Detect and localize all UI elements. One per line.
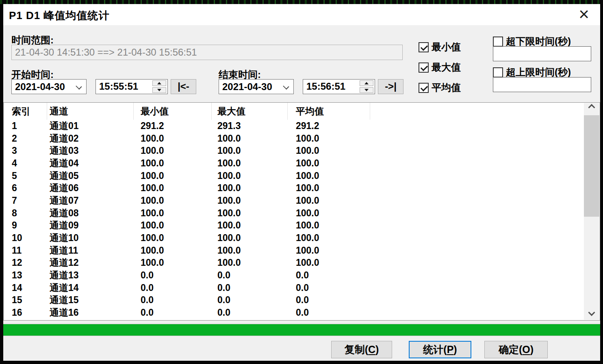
- table-row[interactable]: 13 通道13 0.0 0.0 0.0: [4, 269, 584, 282]
- checkbox-max-label: 最大值: [432, 61, 461, 74]
- spin-up-icon[interactable]: [360, 80, 373, 86]
- title-bar[interactable]: P1 D1 峰值均值统计 ×: [3, 4, 600, 25]
- start-date-value: 2021-04-30: [15, 81, 65, 93]
- start-time-value: 15:55:51: [99, 81, 138, 92]
- table-row[interactable]: 14 通道14 0.0 0.0 0.0: [4, 282, 584, 294]
- chevron-down-icon: [283, 83, 289, 89]
- progress-bar: [3, 324, 600, 336]
- checkbox-avg[interactable]: 平均值: [419, 81, 461, 94]
- start-date-dropdown[interactable]: 2021-04-30: [11, 79, 87, 94]
- statistics-button[interactable]: 统计(P): [409, 341, 471, 358]
- checkbox-icon: [419, 83, 429, 93]
- checkbox-max[interactable]: 最大值: [419, 61, 461, 74]
- statistics-dialog: P1 D1 峰值均值统计 × 时间范围: 21-04-30 14:51:30 =…: [3, 4, 600, 361]
- progress-fill: [3, 324, 600, 336]
- end-date-value: 2021-04-30: [222, 81, 272, 93]
- checkbox-icon: [419, 62, 429, 73]
- copy-button[interactable]: 复制(C): [331, 341, 392, 358]
- table-row[interactable]: 4 通道04 100.0 100.0 100.0: [4, 157, 584, 170]
- checkbox-icon: [493, 67, 503, 78]
- checkbox-min[interactable]: 最小值: [419, 41, 461, 54]
- table-row[interactable]: 2 通道02 100.0 100.0 100.0: [4, 132, 584, 145]
- col-header-min[interactable]: 最小值: [134, 103, 212, 120]
- channel-stats-table: 索引 通道 最小值 最大值 平均值 1 通道01 291.2 291.3 291…: [3, 102, 600, 321]
- table-row[interactable]: 5 通道05 100.0 100.0 100.0: [4, 170, 584, 182]
- table-header: 索引 通道 最小值 最大值 平均值: [4, 103, 584, 120]
- lower-limit-input[interactable]: [493, 46, 591, 61]
- close-icon[interactable]: ×: [574, 5, 594, 24]
- col-header-channel[interactable]: 通道: [47, 103, 134, 120]
- end-time-value: 15:56:51: [306, 81, 345, 92]
- table-row[interactable]: 3 通道03 100.0 100.0 100.0: [4, 144, 584, 157]
- scrollbar-thumb[interactable]: [584, 115, 599, 217]
- table-row[interactable]: 7 通道07 100.0 100.0 100.0: [4, 194, 584, 207]
- table-row[interactable]: 11 通道11 100.0 100.0 100.0: [4, 244, 584, 257]
- start-time-spinner[interactable]: 15:55:51: [95, 79, 168, 94]
- table-row[interactable]: 12 通道12 100.0 100.0 100.0: [4, 257, 584, 269]
- table-row[interactable]: 8 通道08 100.0 100.0 100.0: [4, 207, 584, 220]
- table-row[interactable]: 16 通道16 0.0 0.0 0.0: [4, 306, 584, 319]
- spin-down-icon[interactable]: [360, 87, 373, 93]
- upper-limit-input[interactable]: [493, 77, 591, 92]
- table-scrollbar[interactable]: [584, 103, 599, 320]
- jump-to-start-button[interactable]: |<-: [171, 79, 196, 94]
- spin-down-icon[interactable]: [152, 87, 166, 93]
- ok-button[interactable]: 确定(O): [484, 341, 548, 358]
- checkbox-icon: [493, 37, 503, 47]
- chevron-down-icon: [76, 83, 82, 89]
- checkbox-icon: [419, 42, 429, 52]
- col-header-avg[interactable]: 平均值: [288, 103, 370, 120]
- table-row[interactable]: 1 通道01 291.2 291.3 291.2: [4, 120, 584, 132]
- checkbox-min-label: 最小值: [432, 41, 461, 54]
- scroll-up-icon[interactable]: [584, 103, 599, 115]
- col-header-index[interactable]: 索引: [4, 103, 47, 120]
- dialog-title: P1 D1 峰值均值统计: [9, 9, 110, 23]
- table-row[interactable]: 15 通道15 0.0 0.0 0.0: [4, 294, 584, 307]
- col-header-empty: [370, 103, 584, 120]
- checkbox-avg-label: 平均值: [432, 81, 461, 94]
- time-range-field: 21-04-30 14:51:30 ==> 21-04-30 15:56:51: [11, 45, 403, 60]
- desktop-background: P1 D1 峰值均值统计 × 时间范围: 21-04-30 14:51:30 =…: [0, 0, 603, 364]
- jump-to-end-button[interactable]: ->|: [378, 79, 403, 94]
- end-time-spinner[interactable]: 15:56:51: [303, 79, 375, 94]
- spin-up-icon[interactable]: [152, 80, 166, 86]
- table-row[interactable]: 9 通道09 100.0 100.0 100.0: [4, 220, 584, 232]
- background-app-strip: [0, 0, 603, 4]
- table-row[interactable]: 6 通道06 100.0 100.0 100.0: [4, 182, 584, 194]
- end-date-dropdown[interactable]: 2021-04-30: [219, 79, 294, 94]
- col-header-max[interactable]: 最大值: [212, 103, 288, 120]
- table-row[interactable]: 10 通道10 100.0 100.0 100.0: [4, 232, 584, 244]
- table-body: 1 通道01 291.2 291.3 291.2 2 通道02 100.0 10…: [4, 120, 584, 320]
- scroll-down-icon[interactable]: [584, 308, 599, 320]
